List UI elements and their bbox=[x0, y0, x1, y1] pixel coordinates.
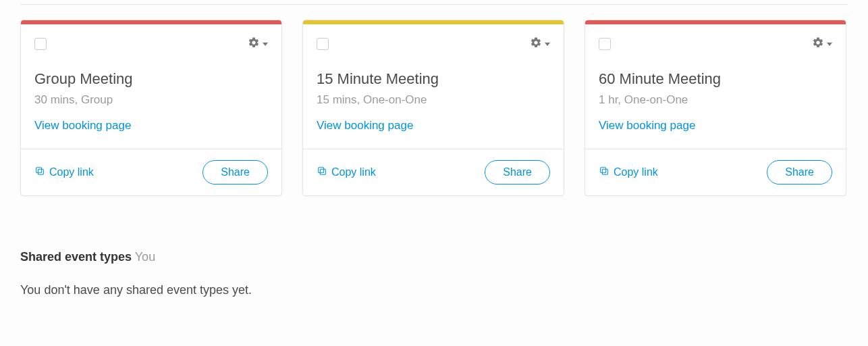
event-card: 60 Minute Meeting 1 hr, One-on-One View … bbox=[585, 20, 846, 196]
svg-rect-5 bbox=[601, 168, 606, 173]
gear-icon bbox=[248, 36, 260, 51]
card-footer: Copy link Share bbox=[585, 149, 846, 195]
event-subtitle: 15 mins, One-on-One bbox=[317, 93, 550, 107]
copy-link-label: Copy link bbox=[49, 166, 94, 178]
share-button[interactable]: Share bbox=[202, 160, 268, 184]
card-toprow bbox=[317, 36, 550, 51]
gear-icon bbox=[812, 36, 824, 51]
copy-link-button[interactable]: Copy link bbox=[599, 166, 658, 179]
svg-rect-1 bbox=[36, 168, 42, 173]
event-cards: Group Meeting 30 mins, Group View bookin… bbox=[20, 20, 848, 196]
copy-icon bbox=[34, 166, 45, 179]
copy-icon bbox=[599, 166, 609, 179]
copy-icon bbox=[317, 166, 327, 179]
shared-heading: Shared event types bbox=[20, 250, 132, 264]
svg-rect-2 bbox=[320, 169, 325, 174]
svg-rect-0 bbox=[38, 169, 43, 174]
event-title: Group Meeting bbox=[34, 70, 268, 88]
card-body: 15 Minute Meeting 15 mins, One-on-One Vi… bbox=[303, 24, 564, 149]
share-button[interactable]: Share bbox=[485, 160, 550, 184]
view-booking-link[interactable]: View booking page bbox=[34, 119, 131, 132]
card-toprow bbox=[34, 36, 268, 51]
card-footer: Copy link Share bbox=[303, 149, 564, 195]
event-title: 15 Minute Meeting bbox=[317, 70, 550, 88]
copy-link-button[interactable]: Copy link bbox=[34, 166, 94, 179]
caret-down-icon bbox=[827, 43, 832, 46]
section-divider bbox=[20, 4, 848, 5]
select-checkbox[interactable] bbox=[599, 38, 611, 50]
card-toprow bbox=[599, 36, 832, 51]
gear-icon bbox=[530, 36, 542, 51]
card-body: Group Meeting 30 mins, Group View bookin… bbox=[21, 24, 281, 149]
caret-down-icon bbox=[545, 43, 550, 46]
event-card: Group Meeting 30 mins, Group View bookin… bbox=[20, 20, 282, 196]
copy-link-button[interactable]: Copy link bbox=[317, 166, 376, 179]
card-body: 60 Minute Meeting 1 hr, One-on-One View … bbox=[585, 24, 846, 149]
caret-down-icon bbox=[263, 43, 268, 46]
select-checkbox[interactable] bbox=[34, 38, 47, 50]
settings-menu[interactable] bbox=[248, 36, 268, 51]
copy-link-label: Copy link bbox=[614, 166, 658, 178]
event-subtitle: 1 hr, One-on-One bbox=[599, 93, 832, 107]
view-booking-link[interactable]: View booking page bbox=[317, 119, 413, 132]
event-card: 15 Minute Meeting 15 mins, One-on-One Vi… bbox=[302, 20, 564, 196]
card-footer: Copy link Share bbox=[21, 149, 281, 195]
copy-link-label: Copy link bbox=[331, 166, 376, 178]
share-button[interactable]: Share bbox=[767, 160, 832, 184]
svg-rect-4 bbox=[602, 169, 607, 174]
settings-menu[interactable] bbox=[530, 36, 550, 51]
shared-event-types-section: Shared event types You You don't have an… bbox=[20, 250, 848, 297]
event-subtitle: 30 mins, Group bbox=[34, 93, 268, 107]
settings-menu[interactable] bbox=[812, 36, 832, 51]
shared-subject: You bbox=[135, 250, 155, 264]
svg-rect-3 bbox=[319, 168, 324, 173]
event-title: 60 Minute Meeting bbox=[599, 70, 832, 88]
select-checkbox[interactable] bbox=[317, 38, 329, 50]
view-booking-link[interactable]: View booking page bbox=[599, 119, 695, 132]
shared-empty-message: You don't have any shared event types ye… bbox=[20, 283, 848, 297]
shared-header: Shared event types You bbox=[20, 250, 848, 264]
